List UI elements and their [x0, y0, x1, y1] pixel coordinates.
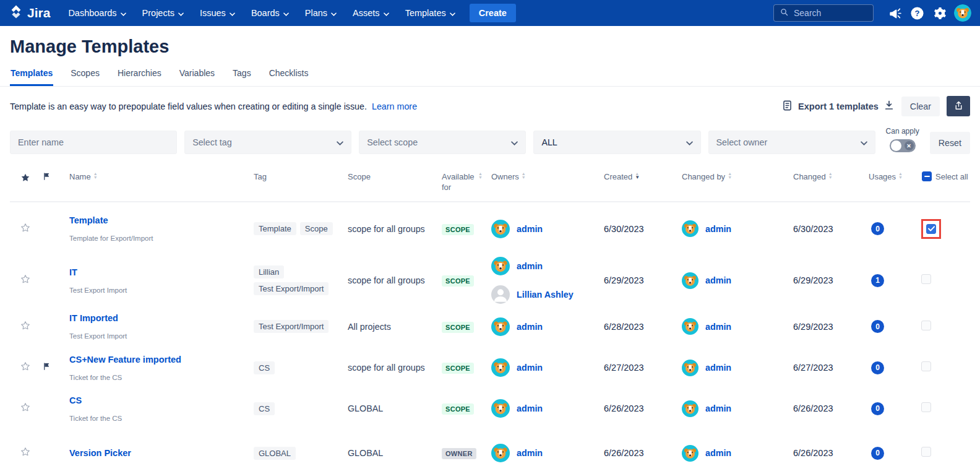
template-name-link[interactable]: CS: [69, 395, 82, 405]
owner-link[interactable]: admin: [517, 363, 543, 373]
tab-hierarchies[interactable]: Hierarchies: [117, 66, 162, 86]
owner-link[interactable]: Lillian Ashley: [517, 290, 574, 300]
nav-item-assets[interactable]: Assets: [345, 0, 397, 26]
available-for-cell: SCOPE: [433, 362, 483, 373]
announcements-icon[interactable]: [883, 6, 906, 20]
star-outline-icon[interactable]: [20, 276, 31, 287]
dog-avatar: [491, 358, 510, 377]
nav-item-issues[interactable]: Issues: [192, 0, 243, 26]
changed-by-link[interactable]: admin: [705, 224, 731, 234]
chevron-down-icon: [511, 137, 518, 147]
nav-item-boards[interactable]: Boards: [243, 0, 297, 26]
template-name-link[interactable]: Template: [69, 215, 108, 225]
changed-by-link[interactable]: admin: [705, 403, 731, 413]
header-name[interactable]: Name▲▼: [59, 171, 245, 182]
user-avatar[interactable]: [954, 4, 971, 22]
star-outline-icon[interactable]: [20, 322, 31, 333]
changed-by-cell: admin: [673, 220, 784, 237]
changed-by-link[interactable]: admin: [705, 363, 731, 373]
scope-filter-select[interactable]: Select scope: [359, 131, 526, 154]
owner-filter-select[interactable]: Select owner: [708, 131, 875, 154]
header-favorite[interactable]: [10, 171, 33, 186]
select-cell: [912, 361, 970, 374]
row-checkbox[interactable]: [921, 321, 931, 330]
header-usages[interactable]: Usages▲▼: [860, 171, 912, 182]
created-date: 6/30/2023: [595, 224, 673, 234]
template-description: Ticket for the CS: [69, 374, 245, 381]
svg-text:?: ?: [914, 9, 919, 18]
star-outline-icon[interactable]: [20, 225, 31, 235]
project-filter-select[interactable]: ALL: [533, 131, 700, 154]
toggle-off-x-icon: ✕: [905, 141, 914, 150]
row-checkbox[interactable]: [921, 274, 931, 284]
nav-item-projects[interactable]: Projects: [134, 0, 192, 26]
usages-badge: 1: [871, 274, 884, 287]
changed-by-user: admin: [682, 220, 784, 237]
header-created[interactable]: Created▲▼: [595, 171, 673, 182]
name-cell: IT ImportedTest Export Import: [59, 313, 245, 340]
nav-item-plans[interactable]: Plans: [297, 0, 345, 26]
star-outline-icon[interactable]: [20, 404, 31, 415]
tab-templates[interactable]: Templates: [10, 66, 53, 86]
owner-link[interactable]: admin: [517, 224, 543, 234]
owner-link[interactable]: admin: [517, 403, 543, 413]
learn-more-link[interactable]: Learn more: [372, 101, 417, 111]
help-icon[interactable]: ?: [906, 6, 928, 20]
available-for-badge: SCOPE: [442, 403, 474, 415]
flag-icon: [42, 363, 51, 373]
template-name-link[interactable]: CS+New Feature imported: [69, 355, 181, 365]
nav-item-dashboards[interactable]: Dashboards: [60, 0, 134, 26]
create-button[interactable]: Create: [470, 4, 516, 22]
owner-link[interactable]: admin: [517, 261, 543, 271]
can-apply-toggle[interactable]: ✕: [890, 139, 916, 152]
tab-tags[interactable]: Tags: [232, 66, 252, 86]
template-name-link[interactable]: Version Picker: [69, 448, 131, 458]
select-cell: [912, 402, 970, 415]
favorite-cell: [10, 361, 33, 374]
changed-by-link[interactable]: admin: [705, 322, 731, 332]
template-name-link[interactable]: IT: [69, 267, 77, 277]
header-flag[interactable]: [33, 171, 59, 184]
header-owners[interactable]: Owners▲▼: [483, 171, 595, 182]
owner-link[interactable]: admin: [517, 322, 543, 332]
table-header: Name▲▼ Tag Scope Available for▲▼ Owners▲…: [10, 168, 970, 202]
row-checkbox[interactable]: [921, 447, 931, 457]
tab-variables[interactable]: Variables: [179, 66, 215, 86]
row-checkbox[interactable]: [926, 224, 936, 234]
share-upload-icon: [953, 100, 964, 113]
star-outline-icon[interactable]: [20, 363, 31, 374]
changed-by-cell: admin: [673, 272, 784, 289]
owners-cell: adminLillian Ashley: [483, 257, 595, 304]
changed-by-link[interactable]: admin: [705, 275, 731, 285]
tab-scopes[interactable]: Scopes: [70, 66, 100, 86]
tag-cell: CS: [245, 402, 339, 415]
row-checkbox[interactable]: [921, 402, 931, 412]
settings-gear-icon[interactable]: [928, 6, 950, 20]
clear-button[interactable]: Clear: [901, 97, 940, 116]
owner: admin: [491, 317, 595, 336]
tag-cell: TemplateScope: [245, 222, 339, 235]
tab-checklists[interactable]: Checklists: [269, 66, 309, 86]
star-outline-icon[interactable]: [20, 449, 31, 459]
changed-date: 6/29/2023: [784, 322, 860, 332]
template-name-link[interactable]: IT Imported: [69, 313, 118, 323]
table-row: IT ImportedTest Export ImportTest Export…: [10, 306, 970, 347]
changed-by-cell: admin: [673, 318, 784, 335]
changed-by-link[interactable]: admin: [705, 448, 731, 458]
owner-link[interactable]: admin: [517, 448, 543, 458]
share-button[interactable]: [947, 96, 970, 116]
nav-item-templates[interactable]: Templates: [397, 0, 463, 26]
export-templates-button[interactable]: Export 1 templates: [781, 100, 895, 113]
tag-chip: Lillian: [254, 265, 284, 278]
header-changed[interactable]: Changed▲▼: [784, 171, 860, 182]
usages-cell: 0: [860, 222, 912, 235]
name-filter-input[interactable]: [10, 131, 177, 154]
jira-logo[interactable]: Jira: [9, 4, 50, 22]
search-box[interactable]: Search: [773, 4, 874, 22]
select-all-checkbox[interactable]: [922, 171, 932, 181]
header-available-for[interactable]: Available for▲▼: [433, 171, 483, 192]
row-checkbox[interactable]: [921, 361, 931, 371]
tag-filter-select[interactable]: Select tag: [184, 131, 351, 154]
reset-button[interactable]: Reset: [930, 132, 970, 154]
header-changed-by[interactable]: Changed by▲▼: [673, 171, 784, 182]
